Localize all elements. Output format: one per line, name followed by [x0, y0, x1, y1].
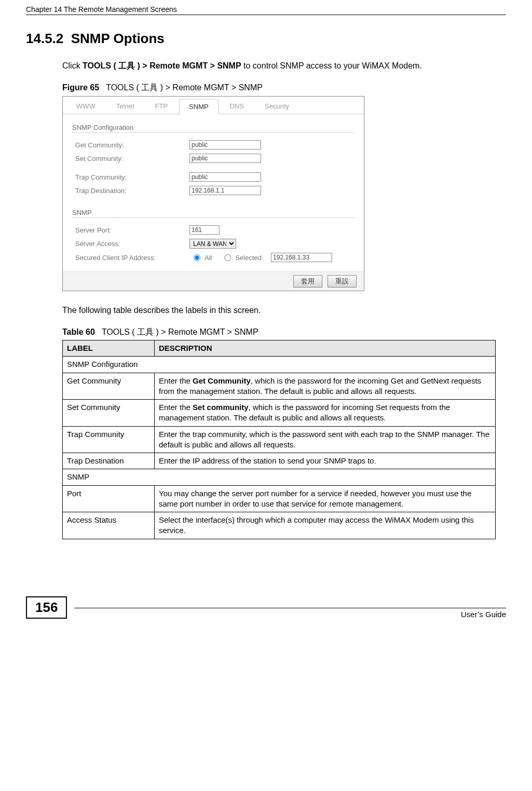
- input-secured-ip[interactable]: [271, 253, 332, 262]
- label-set-community: Set Community:: [72, 155, 189, 162]
- radio-selected[interactable]: [224, 254, 231, 261]
- tab-ftp[interactable]: FTP: [146, 99, 178, 114]
- group-snmp-config: SNMP Configuration: [72, 119, 354, 132]
- input-set-community[interactable]: [189, 154, 261, 163]
- intro-path: TOOLS ( 工具 ) > Remote MGMT > SNMP: [83, 61, 241, 70]
- reset-button[interactable]: 重設: [328, 275, 357, 288]
- table-row: Port You may change the server port numb…: [63, 485, 496, 512]
- apply-button[interactable]: 套用: [293, 275, 322, 288]
- table-caption-text: TOOLS ( 工具 ) > Remote MGMT > SNMP: [102, 328, 258, 336]
- th-label: LABEL: [63, 340, 155, 357]
- figure-caption-text: TOOLS ( 工具 ) > Remote MGMT > SNMP: [106, 83, 263, 92]
- chapter-header: Chapter 14 The Remote Management Screens: [26, 5, 506, 15]
- cell-desc: Enter the trap community, which is the p…: [155, 426, 496, 453]
- t-bold: Set community: [193, 403, 249, 412]
- cell-desc: Enter the Get Community, which is the pa…: [155, 373, 496, 400]
- label-server-port: Server Port:: [72, 226, 189, 234]
- radio-all[interactable]: [194, 254, 200, 261]
- table-row: Trap Community Enter the trap community,…: [63, 426, 496, 453]
- page-number: 156: [26, 596, 67, 619]
- cell-label: Access Status: [63, 512, 155, 539]
- input-trap-community[interactable]: [189, 172, 261, 182]
- section-title: 14.5.2 SNMP Options: [26, 31, 506, 47]
- cell-desc: You may change the server port number fo…: [155, 485, 496, 512]
- table-label: Table 60: [62, 328, 95, 336]
- t: Enter the: [159, 376, 193, 385]
- label-server-access: Server Access:: [72, 240, 189, 248]
- cell-snmp-config: SNMP Configuration: [63, 357, 496, 373]
- radio-all-label: All: [204, 254, 212, 262]
- t: Enter the: [159, 403, 193, 412]
- table-caption: Table 60 TOOLS ( 工具 ) > Remote MGMT > SN…: [62, 327, 506, 338]
- intro-post: to control SNMP access to your WiMAX Mod…: [241, 61, 422, 70]
- cell-desc: Enter the IP address of the station to s…: [155, 453, 496, 469]
- table-row: Access Status Select the interface(s) th…: [63, 512, 496, 539]
- input-server-port[interactable]: [189, 225, 220, 235]
- cell-desc: Select the interface(s) through which a …: [155, 512, 496, 539]
- table-row: Get Community Enter the Get Community, w…: [63, 373, 496, 400]
- cell-label: Trap Destination: [63, 453, 155, 469]
- tab-security[interactable]: Security: [255, 99, 298, 114]
- tab-snmp[interactable]: SNMP: [179, 99, 219, 114]
- table-row: SNMP: [63, 469, 496, 485]
- cell-desc: Enter the Set community, which is the pa…: [155, 400, 496, 427]
- tab-telnet[interactable]: Telnet: [107, 99, 144, 114]
- tabs-bar: WWW Telnet FTP SNMP DNS Security: [63, 97, 364, 114]
- figure-label: Figure 65: [62, 83, 99, 92]
- after-figure-text: The following table describes the labels…: [62, 304, 506, 317]
- label-secured-client: Secured Client IP Address:: [72, 254, 189, 262]
- screenshot-panel: WWW Telnet FTP SNMP DNS Security SNMP Co…: [62, 96, 364, 291]
- cell-label: Get Community: [63, 373, 155, 400]
- intro-pre: Click: [62, 61, 83, 70]
- description-table: LABEL DESCRIPTION SNMP Configuration Get…: [62, 340, 496, 539]
- input-trap-destination[interactable]: [189, 186, 261, 195]
- t-bold: Get Community: [193, 376, 251, 385]
- cell-snmp: SNMP: [63, 469, 496, 485]
- label-trap-community: Trap Community:: [72, 173, 189, 181]
- input-get-community[interactable]: [189, 140, 261, 149]
- table-row: Set Community Enter the Set community, w…: [63, 400, 496, 427]
- th-description: DESCRIPTION: [155, 340, 496, 357]
- tab-dns[interactable]: DNS: [221, 99, 253, 114]
- section-number: 14.5.2: [26, 31, 63, 46]
- radio-selected-label: Selected: [235, 254, 262, 262]
- section-heading: SNMP Options: [71, 31, 165, 46]
- label-get-community: Get Community:: [72, 141, 189, 149]
- figure-caption: Figure 65 TOOLS ( 工具 ) > Remote MGMT > S…: [62, 83, 506, 93]
- cell-label: Set Community: [63, 400, 155, 427]
- tab-www[interactable]: WWW: [67, 99, 105, 114]
- cell-label: Trap Community: [63, 426, 155, 453]
- table-row: Trap Destination Enter the IP address of…: [63, 453, 496, 469]
- table-row: SNMP Configuration: [63, 357, 496, 373]
- intro-paragraph: Click TOOLS ( 工具 ) > Remote MGMT > SNMP …: [62, 60, 506, 72]
- group-snmp: SNMP: [72, 204, 354, 217]
- label-trap-destination: Trap Destination:: [72, 187, 189, 195]
- select-server-access[interactable]: LAN & WAN: [189, 239, 236, 249]
- cell-label: Port: [63, 485, 155, 512]
- footer-guide: User’s Guide: [74, 608, 506, 619]
